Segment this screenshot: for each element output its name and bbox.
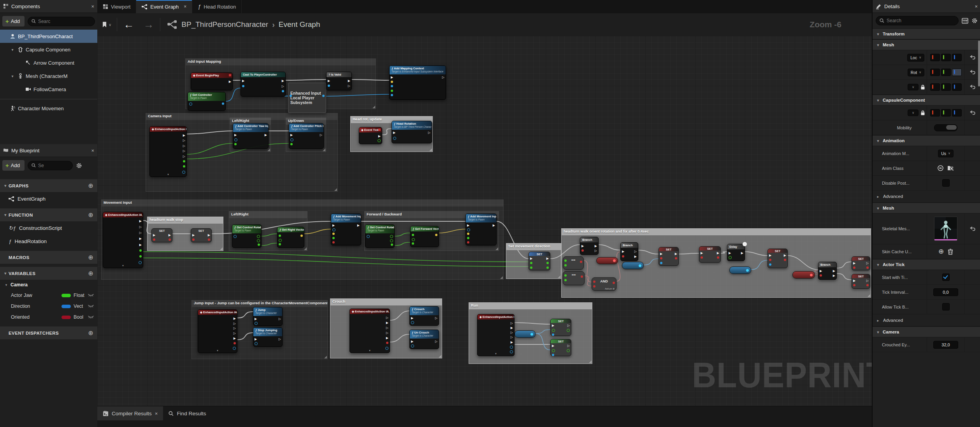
operator-addpin-label[interactable]: Add pin ⊕ [605,288,615,290]
expand-caret-icon[interactable]: ▾ [10,74,15,78]
tab-event-graph[interactable]: Event Graph× [136,0,192,13]
details-scrollbar[interactable] [978,41,980,86]
use-selected-asset-icon[interactable] [937,165,944,171]
property-matrix-icon[interactable] [962,18,968,24]
comment-resize-handle[interactable] [495,247,498,250]
section-capsulecomponent[interactable]: ▾CapsuleComponent [873,95,980,106]
components-search-input[interactable]: Searc [28,17,95,26]
graph-node-operator[interactable]: == [563,256,584,270]
scale-x-field[interactable] [930,83,940,91]
my-blueprint-close-icon[interactable]: × [91,148,94,154]
comment-resize-handle[interactable] [429,148,432,151]
reset-icon[interactable] [970,55,976,60]
advanced-display-caret[interactable]: ▾ [495,352,497,355]
graph-node-cast[interactable]: Cast To PlayerController▶▶▷ [241,72,286,97]
rotation-mode-dropdown[interactable]: Rot∨ [908,69,924,76]
add-variable-icon[interactable]: ⊕ [88,270,93,277]
advanced-display-caret[interactable]: ▾ [217,349,218,352]
graph-node-util[interactable]: Delay▶▶ [727,244,745,261]
graph-node-pure[interactable]: ƒ Get ControllerTarget is Pawn [188,92,226,111]
settings-gear-icon[interactable] [76,162,82,169]
graph-node-fn[interactable]: ƒ CrouchTarget is Character▶▷ [409,306,439,326]
comment-resize-handle[interactable] [439,355,441,358]
reset-icon[interactable] [970,85,976,90]
graph-node-set[interactable]: SET▶▶ [699,246,721,263]
location-z-field[interactable] [952,54,962,61]
rotation-z-field[interactable] [952,69,962,76]
graph-node-fn[interactable]: ƒ Add Movement InputTarget is Pawn▶▶ [331,214,361,245]
graph-node-ev[interactable]: ◈ Event BeginPlay▶ [191,72,233,90]
graph-node-operator[interactable]: == [563,271,585,285]
location-mode-dropdown[interactable]: Loc∨ [907,54,924,62]
graph-node-fn[interactable]: ƒ Add Movement InputTarget is Pawn▶▶ [465,214,497,245]
tree-item-arrow-component[interactable]: Arrow Component [0,56,97,69]
comment-resize-handle[interactable] [868,294,870,297]
capsule-x-field[interactable] [930,109,940,116]
graph-node-util[interactable]: Branch▶▷▶ [620,242,638,261]
allow-tick-checkbox[interactable] [942,303,950,311]
functions-section-header[interactable]: ▾FUNCTION ⊕ [0,208,97,221]
animation-mode-dropdown[interactable]: Us∨ [938,150,954,157]
bottom-tab-compiler-results[interactable]: Compiler Results× [97,406,163,420]
tick-interval-field[interactable]: 0,0 [933,288,958,296]
comment-resize-handle[interactable] [324,356,327,358]
actor-tick-advanced-row[interactable]: ▸Advanced [873,314,980,326]
capsule-z-field[interactable] [952,109,962,116]
advanced-display-caret[interactable]: ▾ [167,173,169,176]
mobility-toggle[interactable] [934,124,957,131]
advanced-display-caret[interactable]: ▾ [122,264,124,267]
details-gear-icon[interactable] [971,18,978,24]
my-blueprint-search-input[interactable]: Se [28,161,73,170]
my-blueprint-add-button[interactable]: +Add [2,160,25,171]
comment-resize-handle[interactable] [304,247,307,250]
variable-row-oriented[interactable]: OrientedBool [0,312,97,323]
variable-category-camera[interactable]: ▾Camera [0,280,97,290]
scale-z-field[interactable] [952,83,962,91]
browse-asset-icon[interactable] [947,165,954,171]
graph-node-ev[interactable]: ◈ Event Tick▶ [359,127,382,144]
disable-post-checkbox[interactable] [942,179,950,187]
skeletal-mesh-thumbnail[interactable] [934,217,957,241]
lock-icon[interactable] [920,85,925,90]
comment-resize-handle[interactable] [558,275,560,278]
graph-node-set[interactable]: SET▶▷ [852,274,870,289]
details-close-icon[interactable]: × [975,4,978,9]
eye-closed-icon[interactable] [88,293,94,297]
graph-node-set[interactable]: SET▶▷ [550,339,571,356]
tree-item-followcamera[interactable]: FollowCamera [0,83,97,96]
section-actor-tick[interactable]: ▾Actor Tick [873,259,980,270]
graph-node-act[interactable]: ◈ EnhancedInputAction IA_Move▶▷▷▶▶▾ [103,212,143,268]
trash-icon[interactable] [948,249,953,255]
scale-y-field[interactable] [941,83,951,91]
start-with-tick-checkbox[interactable] [942,273,950,281]
expand-caret-icon[interactable]: ▾ [10,48,15,52]
location-x-field[interactable] [930,54,940,61]
back-arrow-button[interactable]: ← [119,19,139,31]
details-panel-header[interactable]: Details × [873,0,980,13]
my-blueprint-panel-header[interactable]: My Blueprint × [0,144,97,157]
section-camera[interactable]: ▾Camera [873,326,980,337]
reset-icon[interactable] [970,70,976,75]
comment-resize-handle[interactable] [372,106,375,108]
sidebar-item-constructionscript[interactable]: ↻ƒ ConstructionScript [0,221,97,235]
scale-mode-dropdown[interactable]: ∨ [908,84,919,90]
section-mesh[interactable]: ▾Mesh [873,39,980,50]
bottom-tab-find-results[interactable]: Find Results [163,406,211,420]
advanced-display-caret[interactable]: ▾ [369,349,371,352]
graph-node-pure[interactable]: ƒ Get Control RotationTarget is Pawn [232,224,262,248]
tree-item-bp-thirdpersoncharact[interactable]: BP_ThirdPersonCharact [0,30,97,43]
graph-node-fn[interactable]: ƒ Add Mapping ContextTarget is Enhanced … [389,65,446,100]
components-add-button[interactable]: +Add [2,16,25,26]
graph-node-fn[interactable]: ƒ JumpTarget is Character▶▷ [253,307,283,326]
graph-node-pure[interactable]: ƒ Get Forward Vector [410,226,439,247]
graph-node-fn[interactable]: ƒ Add Controller Pitch InputTarget is Pa… [289,123,324,149]
crouched-eye-field[interactable]: 32,0 [933,341,958,349]
graph-node-variable-pill[interactable] [792,271,815,279]
graph-node-variable-pill[interactable] [729,266,751,274]
comment-resize-handle[interactable] [220,247,223,250]
sidebar-item-headrotation[interactable]: ƒ HeadRotation [0,235,97,248]
comment-resize-handle[interactable] [323,148,325,151]
add-function-icon[interactable]: ⊕ [88,211,93,219]
add-dispatcher-icon[interactable]: ⊕ [88,329,93,337]
comment-resize-handle[interactable] [267,148,270,151]
